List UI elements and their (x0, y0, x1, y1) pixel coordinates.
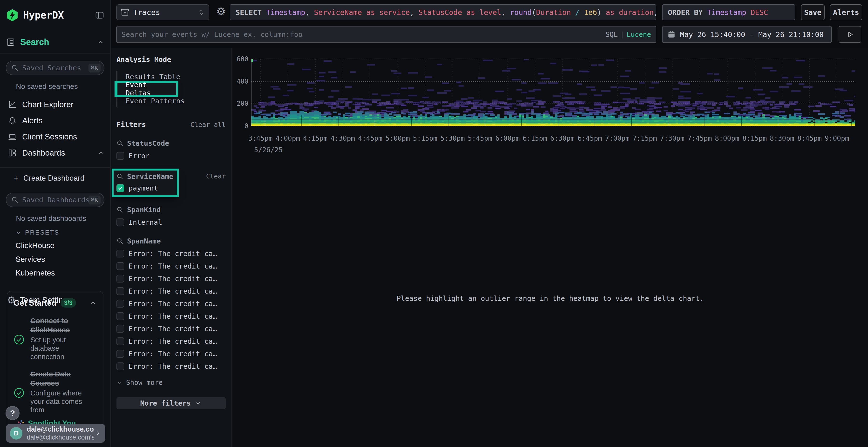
search-bar[interactable]: SQL|Lucene (116, 26, 656, 43)
preset-services[interactable]: Services (0, 252, 110, 266)
x-tick-label: 6:30pm (550, 134, 575, 142)
checkbox-checked[interactable] (117, 184, 124, 192)
filter-group-name: ServiceName (127, 172, 173, 181)
filter-option-error[interactable]: Error (117, 152, 226, 160)
chevron-up-icon (97, 38, 104, 46)
filter-group-header[interactable]: ServiceName (117, 172, 174, 181)
filter-option-error-the-credit-card[interactable]: Error: The credit card … (117, 249, 226, 258)
sidebar-nav: Chart ExplorerAlertsClient SessionsDashb… (0, 96, 110, 161)
search-icon (117, 238, 124, 245)
checkbox-unchecked[interactable] (117, 275, 124, 282)
filter-option-error-the-credit-card[interactable]: Error: The credit card … (117, 287, 226, 295)
help-button[interactable]: ? (5, 406, 20, 420)
alerts-button[interactable]: Alerts (830, 4, 862, 20)
sidebar-item-chart-explorer[interactable]: Chart Explorer (0, 96, 110, 112)
x-tick-label: 5:30pm (440, 134, 465, 142)
sidebar-item-dashboards[interactable]: Dashboards (0, 145, 110, 161)
presets-toggle[interactable]: PRESETS (15, 229, 104, 236)
filter-group-header[interactable]: SpanKind (117, 206, 226, 214)
filter-option-error-the-credit-card[interactable]: Error: The credit card … (117, 262, 226, 270)
create-dashboard-button[interactable]: + Create Dashboard (0, 171, 110, 186)
x-tick-label: 4:30pm (331, 134, 355, 142)
filter-option-error-the-credit-card[interactable]: Error: The credit card … (117, 362, 226, 370)
get-started-card: Get Started 3/3 Connect to ClickHouseSet… (7, 291, 103, 428)
language-lucene-option[interactable]: Lucene (627, 31, 651, 38)
checkbox-unchecked[interactable] (117, 218, 124, 226)
more-filters-button[interactable]: More filters (117, 397, 226, 409)
filter-option-payment[interactable]: payment (117, 184, 174, 192)
saved-dashboards-input[interactable]: ⌘K (6, 193, 104, 207)
saved-dashboards-field[interactable] (22, 196, 89, 204)
get-started-header[interactable]: Get Started 3/3 (13, 298, 97, 308)
filter-group-header[interactable]: StatusCode (117, 139, 226, 147)
checkbox-unchecked[interactable] (117, 152, 124, 160)
filter-option-label: Error: The credit card … (128, 300, 220, 308)
filter-option-label: Error (128, 152, 150, 160)
filter-group-header[interactable]: SpanName (117, 237, 226, 245)
user-menu[interactable]: D dale@clickhouse.com dale@clickhouse.co… (6, 424, 105, 443)
x-tick-label: 6:00pm (495, 134, 520, 142)
preset-clickhouse[interactable]: ClickHouse (0, 239, 110, 252)
search-input[interactable] (122, 30, 606, 38)
filter-group-name: StatusCode (127, 139, 169, 147)
filter-group-spanname: SpanNameError: The credit card …Error: T… (117, 237, 226, 370)
checkbox-unchecked[interactable] (117, 250, 124, 257)
filter-option-error-the-credit-card[interactable]: Error: The credit card … (117, 275, 226, 283)
x-tick-label: 5:00pm (385, 134, 410, 142)
annotation-box: ServiceNamepayment (114, 171, 177, 195)
get-started-item-connect-to-clickhouse[interactable]: Connect to ClickHouseSet up your databas… (13, 316, 97, 361)
heatmap-y-axis: 0200400600 (232, 59, 248, 126)
divider (0, 54, 110, 54)
saved-searches-input[interactable]: ⌘K (6, 61, 104, 75)
date-range-picker[interactable]: May 26 15:40:00 - May 26 21:10:00 (662, 26, 832, 43)
analysis-mode-tab-event-deltas[interactable]: Event Deltas (117, 83, 176, 95)
source-settings-gear-icon[interactable]: ⚙ (216, 6, 226, 17)
duration-heatmap[interactable] (251, 59, 855, 126)
checkbox-unchecked[interactable] (117, 325, 124, 333)
filter-option-error-the-credit-card[interactable]: Error: The credit card … (117, 312, 226, 320)
dashboard-grid-icon (8, 148, 17, 158)
save-button[interactable]: Save (801, 4, 825, 20)
preset-kubernetes[interactable]: Kubernetes (0, 266, 110, 280)
filter-option-label: Error: The credit card … (128, 362, 220, 370)
order-by-input[interactable]: ORDER BY Timestamp DESC (662, 4, 795, 20)
sidebar-item-label: Dashboards (22, 148, 97, 158)
filter-option-error-the-credit-card[interactable]: Error: The credit card … (117, 300, 226, 308)
filter-option-internal[interactable]: Internal (117, 218, 226, 227)
checkbox-unchecked[interactable] (117, 262, 124, 270)
checkbox-unchecked[interactable] (117, 350, 124, 358)
clear-all-link[interactable]: Clear all (190, 121, 226, 128)
clear-filter-link[interactable]: Clear (206, 172, 226, 180)
language-sql-option[interactable]: SQL (606, 31, 618, 38)
hyperdx-logo-icon (6, 9, 19, 22)
get-started-item-create-data-sources[interactable]: Create Data SourcesConfigure where your … (13, 370, 97, 414)
filter-option-error-the-credit-card[interactable]: Error: The credit card … (117, 337, 226, 345)
select-clause-input[interactable]: SELECT Timestamp, ServiceName as service… (230, 4, 656, 20)
run-query-button[interactable] (839, 26, 861, 43)
collapse-sidebar-icon[interactable] (95, 10, 104, 20)
chevron-down-icon (194, 400, 202, 407)
app-title: HyperDX (23, 10, 95, 21)
presets-list: ClickHouseServicesKubernetes (0, 239, 110, 280)
show-more-link[interactable]: Show more (117, 379, 226, 386)
y-tick-label: 0 (245, 122, 248, 130)
checkbox-unchecked[interactable] (117, 300, 124, 308)
filter-group-spankind: SpanKindInternal (117, 206, 226, 227)
sidebar-item-alerts[interactable]: Alerts (0, 112, 110, 129)
sidebar-section-search[interactable]: Search (6, 37, 104, 47)
x-tick-label: 4:45pm (358, 134, 382, 142)
checkbox-unchecked[interactable] (117, 363, 124, 370)
x-tick-label: 7:15pm (632, 134, 657, 142)
task-description: Configure where your data comes from (30, 389, 93, 414)
checkbox-unchecked[interactable] (117, 312, 124, 320)
filter-option-error-the-credit-card[interactable]: Error: The credit card … (117, 350, 226, 358)
saved-searches-field[interactable] (22, 64, 89, 72)
task-description: Set up your database connection (30, 336, 93, 361)
y-tick-label: 600 (237, 55, 248, 63)
filter-option-error-the-credit-card[interactable]: Error: The credit card … (117, 325, 226, 333)
sidebar-item-client-sessions[interactable]: Client Sessions (0, 129, 110, 145)
checkbox-unchecked[interactable] (117, 287, 124, 295)
checkbox-unchecked[interactable] (117, 337, 124, 345)
check-circle-icon (13, 318, 25, 361)
source-select[interactable]: Traces (116, 4, 209, 20)
